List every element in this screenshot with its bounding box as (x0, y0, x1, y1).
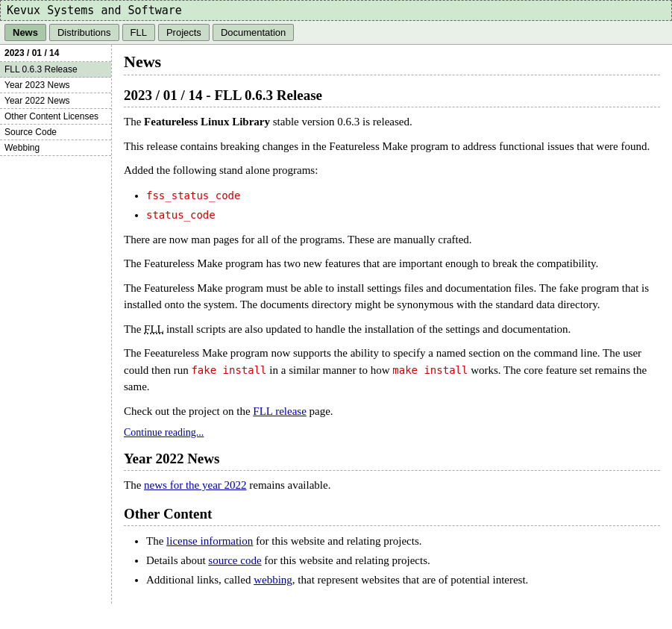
section1-p1: The Featureless Linux Library stable ver… (124, 113, 660, 131)
nav-item-projects[interactable]: Projects (158, 24, 210, 41)
section1-p3: Added the following stand alone programs… (124, 162, 660, 179)
section1-p8: The Feeatureless Make program now suppor… (124, 345, 660, 395)
main-content: News 2023 / 01 / 14 - FLL 0.6.3 Release … (112, 45, 672, 604)
list-item: fss_status_code (146, 187, 660, 204)
sidebar-year-2022-news[interactable]: Year 2022 News (0, 93, 111, 109)
continue-reading-link[interactable]: Continue reading... (124, 427, 660, 439)
source-code-link[interactable]: source code (208, 554, 261, 566)
section3-title: Other Content (124, 506, 660, 526)
list-item: Additional links, called webbing, that r… (146, 571, 660, 589)
section2-title: Year 2022 News (124, 451, 660, 471)
sidebar: 2023 / 01 / 14 FLL 0.6.3 Release Year 20… (0, 45, 112, 604)
nav-item-documentation[interactable]: Documentation (213, 24, 294, 41)
other-content-list: The license information for this website… (146, 532, 660, 589)
section2-p1: The news for the year 2022 remains avail… (124, 477, 660, 494)
section1-p2: This release contains breaking changes i… (124, 138, 660, 155)
section1-p6: The Featureless Make program must be abl… (124, 280, 660, 313)
sidebar-webbing[interactable]: Webbing (0, 140, 111, 156)
nav-bar: News Distributions FLL Projects Document… (0, 21, 672, 45)
nav-item-news[interactable]: News (4, 24, 46, 41)
section1-title: 2023 / 01 / 14 - FLL 0.6.3 Release (124, 87, 660, 107)
sidebar-source-code[interactable]: Source Code (0, 125, 111, 140)
section1-p7: The FLL install scripts are also updated… (124, 321, 660, 338)
list-item: status_code (146, 206, 660, 224)
webbing-link[interactable]: webbing (254, 574, 292, 586)
year-2022-news-link[interactable]: news for the year 2022 (144, 479, 246, 491)
section1-code-list: fss_status_code status_code (146, 187, 660, 224)
page-title: News (124, 52, 660, 75)
title-bar: Kevux Systems and Software (0, 0, 672, 21)
sidebar-other-content-licenses[interactable]: Other Content Licenses (0, 109, 111, 125)
nav-item-fll[interactable]: FLL (122, 24, 155, 41)
list-item: Details about source code for this websi… (146, 551, 660, 569)
sidebar-date: 2023 / 01 / 14 (0, 45, 111, 62)
list-item: The license information for this website… (146, 532, 660, 550)
sidebar-year-2023-news[interactable]: Year 2023 News (0, 78, 111, 93)
section1-p5: The Featureless Make program has two new… (124, 255, 660, 272)
fll-release-link[interactable]: FLL release (253, 405, 307, 417)
sidebar-release-link[interactable]: FLL 0.6.3 Release (0, 62, 111, 78)
section1-p4: There are now man pages for all of the p… (124, 231, 660, 248)
section1-p9: Check out the project on the FLL release… (124, 403, 660, 420)
fll-abbr: FLL (144, 323, 163, 335)
license-information-link[interactable]: license information (166, 535, 253, 547)
nav-item-distributions[interactable]: Distributions (49, 24, 119, 41)
app-title: Kevux Systems and Software (7, 4, 182, 17)
